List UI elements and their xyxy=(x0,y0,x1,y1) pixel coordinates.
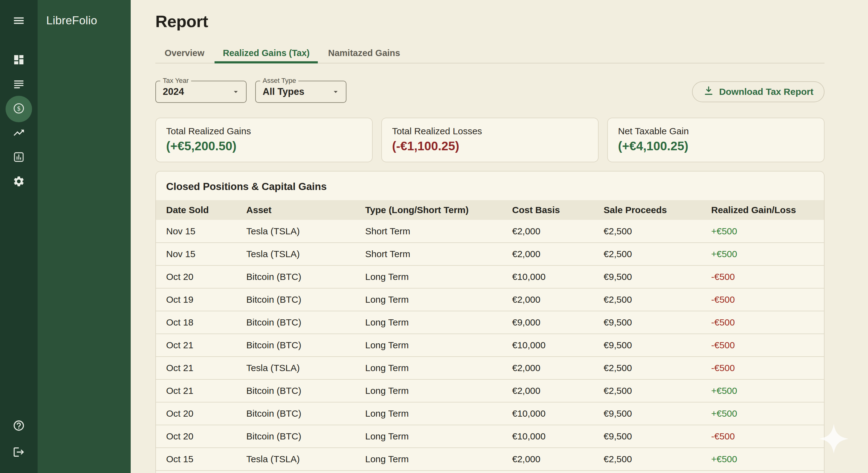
cell-date-sold: Oct 20 xyxy=(156,402,236,425)
cell-sale-proceeds: €9,500 xyxy=(593,425,701,448)
cell-cost-basis: €2,000 xyxy=(502,288,593,311)
cell-cost-basis: €2,000 xyxy=(502,448,593,471)
download-icon xyxy=(703,85,714,99)
cell-realized-gain-loss: -€500 xyxy=(701,311,824,334)
cell-asset: Tesla (TSLA) xyxy=(236,243,355,265)
performance-trend-icon xyxy=(13,127,25,140)
cell-date-sold: Oct 19 xyxy=(156,288,236,311)
sidebar-item-help[interactable] xyxy=(12,419,26,433)
asset-type-value: All Types xyxy=(262,86,305,97)
sidebar-item-realized-gains[interactable]: $ xyxy=(12,102,26,116)
cell-asset: Bitcoin (BTC) xyxy=(236,425,355,448)
cell-sale-proceeds: €2,500 xyxy=(593,243,701,265)
sidebar-item-reports[interactable] xyxy=(12,151,26,164)
closed-positions-table: Date SoldAssetType (Long/Short Term)Cost… xyxy=(156,200,824,471)
chevron-down-icon xyxy=(231,87,241,96)
cell-cost-basis: €10,000 xyxy=(502,265,593,288)
tab-namitazed-gains[interactable]: Namitazed Gains xyxy=(319,43,409,63)
reports-chart-icon xyxy=(13,151,25,164)
table-row[interactable]: Oct 20 Bitcoin (BTC) Long Term €10,000 €… xyxy=(156,402,824,425)
cell-realized-gain-loss: +€500 xyxy=(701,379,824,402)
sidebar-item-dashboard[interactable] xyxy=(12,54,26,67)
dashboard-icon xyxy=(13,54,25,67)
cell-cost-basis: €10,000 xyxy=(502,334,593,357)
summary-card-total-realized-gains: Total Realized Gains (+€5,200.50) xyxy=(155,117,373,162)
cell-realized-gain-loss: +€500 xyxy=(701,220,824,243)
cell-asset: Tesla (TSLA) xyxy=(236,357,355,379)
cell-type: Long Term xyxy=(355,448,502,471)
column-header-realized-gain-loss: Realized Gain/Loss xyxy=(701,200,824,220)
cell-date-sold: Oct 20 xyxy=(156,425,236,448)
table-row[interactable]: Nov 15 Tesla (TSLA) Short Term €2,000 €2… xyxy=(156,243,824,265)
cell-sale-proceeds: €2,500 xyxy=(593,448,701,471)
table-row[interactable]: Oct 19 Bitcoin (BTC) Long Term €2,000 €2… xyxy=(156,288,824,311)
cell-asset: Bitcoin (BTC) xyxy=(236,265,355,288)
cell-asset: Tesla (TSLA) xyxy=(236,220,355,243)
table-row[interactable]: Oct 20 Bitcoin (BTC) Long Term €10,000 €… xyxy=(156,265,824,288)
sidebar-item-logout[interactable] xyxy=(12,446,26,460)
table-body: Nov 15 Tesla (TSLA) Short Term €2,000 €2… xyxy=(156,220,824,471)
table-row[interactable]: Oct 20 Bitcoin (BTC) Long Term €10,000 €… xyxy=(156,425,824,448)
cell-sale-proceeds: €9,500 xyxy=(593,311,701,334)
cell-type: Short Term xyxy=(355,243,502,265)
tab-overview[interactable]: Overview xyxy=(155,43,214,63)
tab-realized-gains-tax[interactable]: Realized Gains (Tax) xyxy=(214,43,319,63)
asset-type-select[interactable]: Asset Type All Types xyxy=(255,81,346,103)
cell-type: Short Term xyxy=(355,220,502,243)
cell-date-sold: Oct 15 xyxy=(156,448,236,471)
cell-cost-basis: €2,000 xyxy=(502,357,593,379)
summary-card-total-realized-losses: Total Realized Losses (-€1,100.25) xyxy=(381,117,598,162)
cell-asset: Bitcoin (BTC) xyxy=(236,288,355,311)
cell-sale-proceeds: €2,500 xyxy=(593,220,701,243)
column-header-type-long-short-term: Type (Long/Short Term) xyxy=(355,200,502,220)
cell-asset: Bitcoin (BTC) xyxy=(236,402,355,425)
table-row[interactable]: Oct 21 Bitcoin (BTC) Long Term €10,000 €… xyxy=(156,334,824,357)
cell-realized-gain-loss: +€500 xyxy=(701,402,824,425)
cell-cost-basis: €2,000 xyxy=(502,220,593,243)
sidebar: $ xyxy=(0,0,131,473)
cell-sale-proceeds: €9,500 xyxy=(593,265,701,288)
cell-type: Long Term xyxy=(355,288,502,311)
download-tax-report-button[interactable]: Download Tax Report xyxy=(692,81,825,102)
cell-realized-gain-loss: -€500 xyxy=(701,425,824,448)
cell-sale-proceeds: €2,500 xyxy=(593,288,701,311)
table-row[interactable]: Oct 21 Tesla (TSLA) Long Term €2,000 €2,… xyxy=(156,357,824,379)
cell-date-sold: Oct 20 xyxy=(156,265,236,288)
tax-year-value: 2024 xyxy=(163,86,184,97)
cell-date-sold: Oct 18 xyxy=(156,311,236,334)
sidebar-item-transactions[interactable] xyxy=(12,78,26,92)
cell-date-sold: Oct 21 xyxy=(156,334,236,357)
tab-label: Overview xyxy=(164,48,204,58)
column-header-asset: Asset xyxy=(236,200,355,220)
cell-asset: Bitcoin (BTC) xyxy=(236,379,355,402)
summary-card-label: Total Realized Losses xyxy=(392,126,588,136)
cell-sale-proceeds: €9,500 xyxy=(593,402,701,425)
cell-realized-gain-loss: +€500 xyxy=(701,448,824,471)
cell-asset: Bitcoin (BTC) xyxy=(236,311,355,334)
table-row[interactable]: Oct 18 Bitcoin (BTC) Long Term €9,000 €9… xyxy=(156,311,824,334)
sidebar-item-settings[interactable] xyxy=(12,175,26,189)
closed-positions-card: Closed Positions & Capital Gains Date So… xyxy=(155,171,825,473)
chevron-down-icon xyxy=(331,87,340,96)
table-row[interactable]: Oct 15 Tesla (TSLA) Long Term €2,000 €2,… xyxy=(156,448,824,471)
sidebar-nav: $ xyxy=(0,54,38,189)
cell-realized-gain-loss: +€500 xyxy=(701,243,824,265)
table-row[interactable]: Nov 15 Tesla (TSLA) Short Term €2,000 €2… xyxy=(156,220,824,243)
tax-year-select[interactable]: Tax Year 2024 xyxy=(155,81,247,103)
cell-type: Long Term xyxy=(355,379,502,402)
table-row[interactable]: Oct 21 Bitcoin (BTC) Long Term €2,000 €2… xyxy=(156,379,824,402)
main-content: Report Overview Realized Gains (Tax) Nam… xyxy=(131,0,868,473)
cell-date-sold: Nov 15 xyxy=(156,243,236,265)
cell-cost-basis: €2,000 xyxy=(502,243,593,265)
cell-date-sold: Oct 21 xyxy=(156,379,236,402)
table-title: Closed Positions & Capital Gains xyxy=(156,171,824,200)
tabs: Overview Realized Gains (Tax) Namitazed … xyxy=(155,43,825,63)
logout-icon xyxy=(13,446,25,460)
sidebar-footer xyxy=(0,419,38,460)
menu-button[interactable] xyxy=(0,14,38,28)
cell-cost-basis: €10,000 xyxy=(502,425,593,448)
realized-gains-icon: $ xyxy=(13,102,25,116)
app-brand: LibreFolio xyxy=(38,0,131,27)
cell-type: Long Term xyxy=(355,425,502,448)
sidebar-item-performance[interactable] xyxy=(12,127,26,140)
